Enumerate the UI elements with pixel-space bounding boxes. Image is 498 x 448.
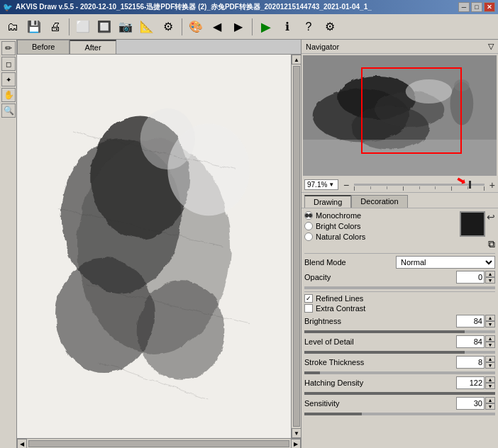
tab-before[interactable]: Before — [17, 40, 70, 54]
sensitivity-up[interactable]: ▲ — [485, 397, 495, 403]
stroke-thickness-up[interactable]: ▲ — [485, 356, 495, 362]
vertical-scrollbar[interactable]: ▲ ▼ — [291, 55, 301, 438]
zoom-slider-thumb[interactable] — [469, 181, 471, 189]
tab-after[interactable]: After — [70, 40, 116, 54]
gear-button[interactable]: ⚙ — [320, 17, 340, 37]
swatch-copy-button[interactable]: ⧉ — [488, 238, 495, 250]
stroke-thickness-down[interactable]: ▼ — [485, 362, 495, 369]
sensitivity-slider-fill — [304, 413, 362, 415]
scroll-thumb-v[interactable] — [293, 66, 300, 427]
brightness-slider[interactable] — [304, 330, 495, 333]
scroll-thumb-h[interactable] — [28, 440, 289, 447]
tool5-button[interactable]: 🎨 — [186, 17, 206, 37]
monochrome-option[interactable]: Monochrome — [304, 211, 460, 220]
natural-colors-radio[interactable] — [304, 233, 313, 241]
tick — [387, 186, 387, 189]
open-button[interactable]: 🗂 — [3, 17, 23, 37]
main-container: ✏ ◻ ✦ ✋ 🔍 Before After — [0, 40, 498, 448]
canvas-area: Before After — [17, 40, 301, 448]
play-button[interactable]: ▶ — [256, 17, 276, 37]
opacity-input[interactable] — [456, 271, 485, 284]
hatching-density-input[interactable] — [456, 376, 485, 389]
tool2-button[interactable]: 🔲 — [94, 17, 114, 37]
swatch-reset-button[interactable]: ↩ — [487, 211, 495, 223]
extra-contrast-row[interactable]: Extra Contrast — [304, 304, 495, 313]
radio-dot — [305, 213, 309, 218]
refined-lines-checkbox[interactable]: ✓ — [304, 294, 313, 303]
pencil-tool[interactable]: ✏ — [1, 41, 16, 55]
bright-colors-radio[interactable] — [304, 222, 313, 230]
refined-lines-label: Refined Lines — [316, 294, 363, 303]
smudge-tool[interactable]: ✦ — [1, 72, 16, 86]
stroke-thickness-slider[interactable] — [304, 371, 495, 374]
color-swatch[interactable] — [460, 211, 485, 237]
toolbar-separator-2 — [182, 18, 182, 35]
tool4-button[interactable]: 📐 — [137, 17, 157, 37]
scroll-right-button[interactable]: ▶ — [291, 439, 301, 448]
sensitivity-input[interactable] — [456, 397, 485, 410]
eraser-tool[interactable]: ◻ — [1, 57, 16, 71]
minimize-button[interactable]: ─ — [458, 2, 470, 12]
sensitivity-down[interactable]: ▼ — [485, 403, 495, 410]
brightness-input-group: ▲ ▼ — [456, 315, 495, 327]
stroke-thickness-input[interactable] — [456, 356, 485, 369]
color-swatch-area: ↩ ⧉ — [460, 211, 495, 250]
level-of-detail-slider[interactable] — [304, 351, 495, 354]
hatching-density-down[interactable]: ▼ — [485, 383, 495, 389]
separator-2 — [304, 291, 495, 292]
close-button[interactable]: ✕ — [484, 2, 495, 12]
info-button[interactable]: ℹ — [277, 17, 297, 37]
zoom-in-button[interactable]: + — [489, 180, 495, 190]
scroll-up-button[interactable]: ▲ — [292, 55, 301, 65]
extra-contrast-checkbox[interactable] — [304, 304, 313, 313]
natural-colors-option[interactable]: Natural Colors — [304, 233, 460, 241]
extra-contrast-label: Extra Contrast — [316, 304, 365, 313]
opacity-slider[interactable] — [304, 286, 495, 289]
sensitivity-input-group: ▲ ▼ — [456, 397, 495, 410]
zoom-slider-track[interactable] — [354, 184, 485, 186]
pan-tool[interactable]: ✋ — [1, 88, 16, 102]
zoom-dropdown-arrow[interactable]: ▼ — [328, 181, 334, 188]
navigator-collapse-icon[interactable]: ▽ — [488, 42, 494, 51]
tab-drawing[interactable]: Drawing — [304, 195, 351, 208]
help-button[interactable]: ? — [299, 17, 319, 37]
undo-button[interactable]: ◀ — [207, 17, 227, 37]
hatching-density-up[interactable]: ▲ — [485, 376, 495, 383]
opacity-up[interactable]: ▲ — [485, 271, 495, 277]
tick — [451, 186, 452, 191]
level-of-detail-input[interactable] — [456, 335, 485, 348]
canvas-viewport[interactable] — [17, 55, 291, 438]
level-of-detail-down[interactable]: ▼ — [485, 342, 495, 348]
zoom-out-button[interactable]: − — [343, 180, 349, 190]
tick — [467, 186, 468, 189]
sensitivity-slider[interactable] — [304, 413, 495, 415]
scroll-down-button[interactable]: ▼ — [292, 428, 301, 438]
brightness-input[interactable] — [456, 315, 485, 327]
tool3-button[interactable]: 📷 — [116, 17, 135, 37]
opacity-down[interactable]: ▼ — [485, 277, 495, 284]
scroll-left-button[interactable]: ◀ — [17, 439, 27, 448]
maximize-button[interactable]: □ — [471, 2, 482, 12]
brightness-row: Brightness ▲ ▼ — [304, 314, 495, 328]
hatching-density-slider[interactable] — [304, 392, 495, 395]
brightness-down[interactable]: ▼ — [485, 321, 495, 327]
blend-mode-select[interactable]: Normal Multiply Screen Overlay — [396, 256, 495, 269]
zoom-tool[interactable]: 🔍 — [1, 103, 16, 118]
bright-colors-option[interactable]: Bright Colors — [304, 222, 460, 230]
refined-lines-row[interactable]: ✓ Refined Lines — [304, 294, 495, 303]
horizontal-scrollbar[interactable]: ◀ ▶ — [17, 438, 301, 448]
save-button[interactable]: 💾 — [24, 17, 44, 37]
redo-button[interactable]: ▶ — [228, 17, 248, 37]
settings-button[interactable]: ⚙ — [158, 17, 178, 37]
sketch-svg — [17, 55, 291, 438]
stroke-thickness-spinner: ▲ ▼ — [485, 356, 495, 369]
monochrome-radio[interactable] — [304, 211, 313, 220]
print-button[interactable]: 🖨 — [45, 17, 65, 37]
tool1-button[interactable]: ⬜ — [73, 17, 93, 37]
tab-decoration[interactable]: Decoration — [351, 195, 407, 208]
level-of-detail-up[interactable]: ▲ — [485, 335, 495, 342]
hatching-density-input-group: ▲ ▼ — [456, 376, 495, 389]
titlebar-controls: ─ □ ✕ — [458, 2, 495, 12]
brightness-up[interactable]: ▲ — [485, 315, 495, 321]
natural-colors-label: Natural Colors — [316, 233, 365, 241]
